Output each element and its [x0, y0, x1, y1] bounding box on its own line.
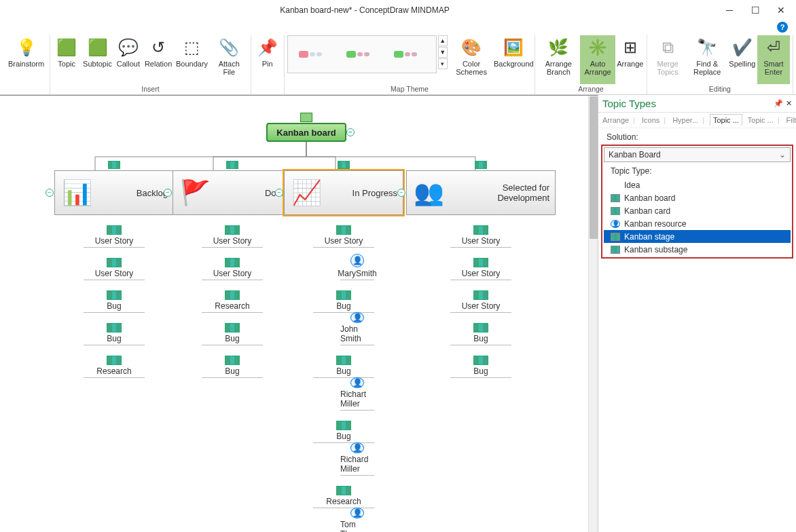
solution-label: Solution: — [601, 131, 793, 145]
resource-card[interactable]: 👤Tom Thomson — [340, 508, 374, 532]
attachfile-button[interactable]: 📎Attach File — [211, 35, 248, 84]
group-label: Arrange — [578, 84, 603, 94]
person-icon: 👤 — [350, 312, 364, 323]
child-card[interactable]: Bug — [202, 345, 263, 378]
stage-title: Backlog — [98, 188, 168, 198]
child-card[interactable]: User Story — [313, 215, 374, 248]
person-icon: 👤 — [350, 508, 364, 518]
topic-type-item[interactable]: Kanban card — [604, 204, 791, 217]
solution-select[interactable]: Kanban Board — [604, 147, 791, 162]
stage-card[interactable]: −🚩Done — [173, 170, 292, 215]
collapse-button[interactable]: − — [164, 189, 172, 197]
child-card[interactable]: Bug — [450, 345, 511, 378]
topic-type-icon — [611, 207, 620, 215]
stage-card[interactable]: −📊Backlog — [54, 170, 174, 215]
resource-card[interactable]: 👤John Smith — [340, 313, 374, 345]
child-card[interactable]: User Story — [84, 215, 145, 248]
child-card[interactable]: Research — [84, 345, 145, 378]
bulb-icon: 💡 — [16, 37, 37, 58]
child-card[interactable]: User Story — [450, 215, 511, 248]
stage-card[interactable]: −👥Selected for Development — [406, 170, 556, 215]
child-card[interactable]: Research — [202, 280, 263, 313]
child-card[interactable]: Bug — [313, 411, 374, 443]
topic-type-item[interactable]: Kanban substage — [604, 243, 791, 256]
child-card[interactable]: Bug — [202, 313, 263, 345]
brainstorm-button[interactable]: 💡 Brainstorm — [5, 35, 47, 84]
stage-title: In Progress — [328, 188, 397, 198]
colorschemes-button[interactable]: 🎨Color Schemes — [449, 35, 494, 77]
child-card[interactable]: Bug — [84, 280, 145, 313]
close-panel-icon[interactable]: ✕ — [786, 99, 792, 108]
topic-type-item[interactable]: Idea — [604, 178, 791, 191]
child-card[interactable]: Bug — [313, 280, 374, 313]
card-label: Bug — [107, 301, 121, 311]
collapse-button[interactable]: − — [275, 189, 283, 197]
background-button[interactable]: 🖼️Background — [495, 35, 532, 69]
subtopic-button[interactable]: 🟩Subtopic — [82, 35, 113, 84]
tab-hyper[interactable]: Hyper... — [671, 115, 706, 126]
maximize-button[interactable]: ☐ — [750, 5, 761, 16]
callout-button[interactable]: 💬Callout — [115, 35, 142, 84]
tab-arrange[interactable]: Arrange — [601, 115, 636, 126]
arrange-icon: ⊞ — [619, 37, 641, 58]
theme-gallery[interactable] — [287, 35, 437, 73]
minimize-button[interactable]: ─ — [724, 5, 735, 16]
card-icon — [336, 486, 351, 495]
child-card[interactable]: User Story — [202, 248, 263, 280]
card-label: Bug — [473, 366, 488, 376]
child-card[interactable]: User Story — [84, 248, 145, 280]
child-card[interactable]: Bug — [84, 313, 145, 345]
topic-type-item[interactable]: Kanban board — [604, 191, 791, 204]
child-card[interactable]: Bug — [313, 345, 374, 378]
child-card[interactable]: Research — [313, 476, 374, 508]
tab-topic2[interactable]: Topic ... — [746, 115, 781, 126]
topic-type-label: Kanban substage — [624, 245, 687, 254]
child-card[interactable]: User Story — [202, 215, 263, 248]
vertical-scrollbar[interactable] — [588, 96, 598, 532]
arrangebranch-icon: 🌿 — [547, 37, 569, 58]
pin-button[interactable]: 📌Pin — [254, 35, 281, 84]
resource-label: Tom Thomson — [340, 520, 374, 532]
help-icon[interactable]: ? — [777, 22, 788, 33]
gallery-up-button[interactable]: ▲ — [438, 35, 448, 46]
solution-value: Kanban Board — [609, 150, 661, 159]
stage-card[interactable]: −📈In Progress — [284, 170, 403, 215]
arrangebranch-button[interactable]: 🌿Arrange Branch — [538, 35, 579, 84]
root-node[interactable]: Kanban board − — [266, 123, 346, 142]
highlighted-box: Kanban Board Topic Type: IdeaKanban boar… — [601, 145, 793, 259]
resource-card[interactable]: 👤MarySmith — [340, 248, 374, 280]
collapse-button[interactable]: − — [397, 189, 405, 197]
relation-button[interactable]: ↺Relation — [143, 35, 173, 84]
tab-icons[interactable]: Icons — [640, 115, 667, 126]
resource-card[interactable]: 👤Richard Miller — [340, 443, 374, 476]
tab-filter[interactable]: Filter — [785, 115, 796, 126]
autoarrange-button[interactable]: ✳️Auto Arrange — [580, 35, 615, 84]
collapse-button[interactable]: − — [346, 128, 355, 136]
smartenter-button[interactable]: ⏎Smart Enter — [757, 35, 790, 84]
resource-card[interactable]: 👤Richart Miller — [340, 378, 374, 411]
child-card[interactable]: User Story — [450, 248, 511, 280]
topic-type-item[interactable]: Kanban stage — [604, 230, 791, 243]
person-icon: 👤 — [350, 254, 364, 267]
topic-type-item[interactable]: 👤Kanban resource — [604, 217, 791, 230]
close-button[interactable]: ✕ — [776, 5, 786, 16]
topic-type-label: Kanban resource — [624, 219, 686, 229]
card-icon — [107, 323, 122, 332]
gallery-down-button[interactable]: ▼ — [438, 47, 448, 58]
pin-panel-icon[interactable]: 📌 — [774, 99, 783, 108]
child-card[interactable]: User Story — [450, 280, 511, 313]
tab-topic-active[interactable]: Topic ... — [710, 114, 742, 126]
root-handle-icon — [300, 113, 312, 122]
child-card[interactable]: Bug — [450, 313, 511, 345]
gallery-more-button[interactable]: ▾ — [438, 58, 448, 69]
spelling-button[interactable]: ✔️Spelling — [729, 35, 756, 84]
card-icon — [473, 290, 488, 300]
boundary-button[interactable]: ⬚Boundary — [175, 35, 209, 84]
card-icon — [225, 290, 240, 300]
scrollbar-thumb[interactable] — [590, 96, 598, 239]
arrange-button[interactable]: ⊞Arrange — [617, 35, 644, 84]
topic-button[interactable]: 🟩Topic — [53, 35, 80, 84]
findreplace-button[interactable]: 🔭Find & Replace — [687, 35, 727, 84]
mindmap-canvas[interactable]: Kanban board − −📊BacklogUser StoryUser S… — [0, 95, 598, 532]
collapse-button[interactable]: − — [46, 189, 54, 197]
